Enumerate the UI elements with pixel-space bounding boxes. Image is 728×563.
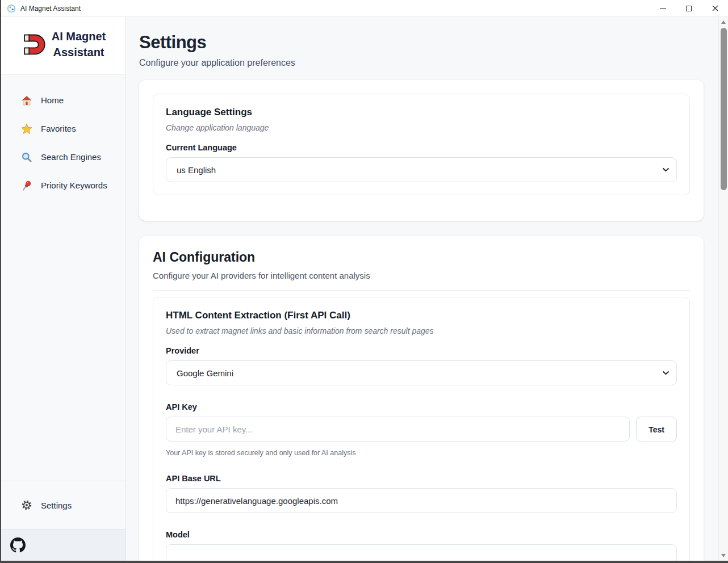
app-logo: AI Magnet Assistant <box>1 17 125 75</box>
sidebar-settings-section: Settings <box>1 481 125 529</box>
close-icon <box>712 5 718 11</box>
minimize-icon <box>660 8 666 9</box>
minimize-button[interactable] <box>650 0 676 16</box>
html-extraction-panel: HTML Content Extraction (First API Call)… <box>153 297 690 561</box>
api-base-url-input[interactable] <box>166 488 677 513</box>
main-content: Settings Configure your application pref… <box>126 17 718 561</box>
ai-configuration-subtitle: Configure your AI providers for intellig… <box>153 271 690 280</box>
sidebar-item-label: Priority Keywords <box>41 180 107 190</box>
sidebar-item-label: Settings <box>41 501 72 510</box>
sidebar-nav: Home Favorites <box>1 75 125 200</box>
provider-select-wrap: Google Gemini <box>166 360 677 385</box>
section-divider <box>153 290 690 291</box>
star-icon <box>21 123 32 135</box>
sidebar-item-label: Home <box>41 95 64 105</box>
scrollbar-up-arrow-icon[interactable] <box>721 20 726 24</box>
language-settings-title: Language Settings <box>166 107 677 118</box>
pushpin-icon <box>21 180 32 191</box>
scrollbar-thumb[interactable] <box>721 28 727 190</box>
window-title: AI Magnet Assistant <box>20 5 81 12</box>
sidebar-item-favorites[interactable]: Favorites <box>1 115 125 143</box>
language-select[interactable]: us English <box>166 157 677 182</box>
page-title: Settings <box>139 32 704 53</box>
provider-select[interactable]: Google Gemini <box>166 360 677 385</box>
window-controls <box>650 0 728 16</box>
magnifier-icon <box>21 152 32 163</box>
language-settings-panel: Language Settings Change application lan… <box>153 94 690 195</box>
sidebar-spacer <box>1 200 125 481</box>
gear-icon <box>21 499 32 511</box>
sidebar: AI Magnet Assistant Home <box>1 17 126 561</box>
vertical-scrollbar[interactable] <box>718 17 728 561</box>
provider-label: Provider <box>166 346 677 355</box>
sidebar-footer <box>1 529 125 561</box>
api-key-label: API Key <box>166 402 677 411</box>
scrollbar-down-arrow-icon[interactable] <box>721 554 726 557</box>
titlebar: AI Magnet Assistant <box>1 0 728 17</box>
language-settings-subtitle: Change application language <box>166 123 677 132</box>
html-extraction-title: HTML Content Extraction (First API Call) <box>166 310 677 321</box>
home-icon <box>21 95 32 106</box>
app-window: AI Magnet Assistant <box>0 0 728 563</box>
current-language-label: Current Language <box>166 143 677 152</box>
model-input[interactable] <box>166 544 677 561</box>
html-extraction-subtitle: Used to extract magnet links and basic i… <box>166 326 677 335</box>
app-logo-text: AI Magnet Assistant <box>52 28 106 61</box>
sidebar-item-priority-keywords[interactable]: Priority Keywords <box>1 171 125 200</box>
ai-configuration-card: AI Configuration Configure your AI provi… <box>139 236 704 561</box>
model-label: Model <box>166 530 677 539</box>
language-select-wrap: us English <box>166 157 677 182</box>
github-icon[interactable] <box>10 537 26 553</box>
sidebar-item-settings[interactable]: Settings <box>1 491 125 519</box>
app-icon <box>7 4 16 13</box>
sidebar-item-home[interactable]: Home <box>1 86 125 115</box>
test-button[interactable]: Test <box>636 417 677 442</box>
language-settings-card: Language Settings Change application lan… <box>139 80 704 221</box>
api-base-url-label: API Base URL <box>166 474 677 483</box>
api-key-help-text: Your API key is stored securely and only… <box>166 449 677 457</box>
api-key-input[interactable] <box>166 417 630 442</box>
magnet-logo-icon <box>21 31 46 57</box>
maximize-button[interactable] <box>676 0 702 16</box>
maximize-icon <box>686 6 692 11</box>
sidebar-item-search-engines[interactable]: Search Engines <box>1 143 125 171</box>
ai-configuration-title: AI Configuration <box>153 250 690 265</box>
page-subtitle: Configure your application preferences <box>139 58 704 68</box>
close-button[interactable] <box>702 0 728 16</box>
sidebar-item-label: Search Engines <box>41 152 101 162</box>
sidebar-item-label: Favorites <box>41 124 76 133</box>
